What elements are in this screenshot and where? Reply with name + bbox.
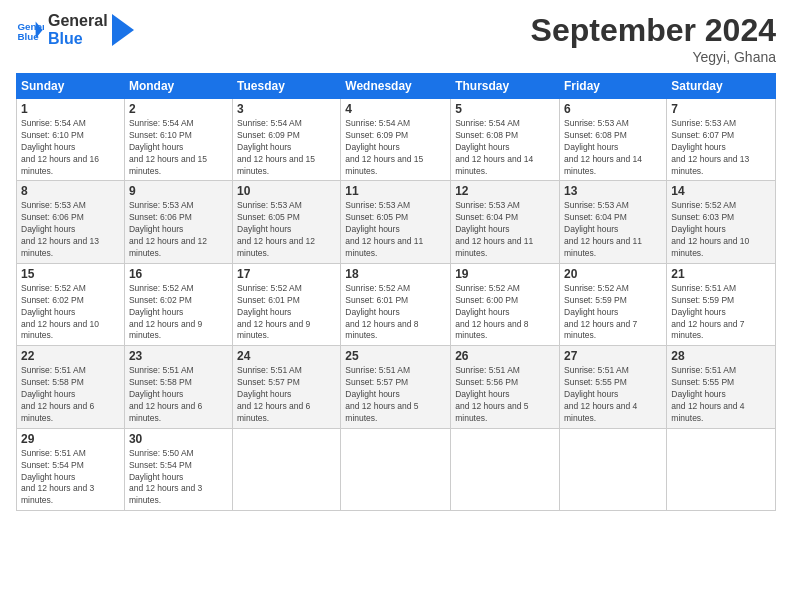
day-info: Sunrise: 5:51 AM Sunset: 5:59 PM Dayligh…	[671, 283, 771, 342]
table-cell: 6 Sunrise: 5:53 AM Sunset: 6:08 PM Dayli…	[560, 99, 667, 181]
table-cell: 27 Sunrise: 5:51 AM Sunset: 5:55 PM Dayl…	[560, 346, 667, 428]
table-cell: 20 Sunrise: 5:52 AM Sunset: 5:59 PM Dayl…	[560, 263, 667, 345]
table-cell: 15 Sunrise: 5:52 AM Sunset: 6:02 PM Dayl…	[17, 263, 125, 345]
table-cell: 29 Sunrise: 5:51 AM Sunset: 5:54 PM Dayl…	[17, 428, 125, 510]
day-number: 15	[21, 267, 120, 281]
svg-marker-3	[112, 14, 134, 46]
day-number: 19	[455, 267, 555, 281]
day-number: 8	[21, 184, 120, 198]
day-info: Sunrise: 5:54 AM Sunset: 6:08 PM Dayligh…	[455, 118, 555, 177]
day-info: Sunrise: 5:51 AM Sunset: 5:56 PM Dayligh…	[455, 365, 555, 424]
table-cell	[560, 428, 667, 510]
logo-general: General	[48, 12, 108, 30]
day-number: 6	[564, 102, 662, 116]
day-number: 11	[345, 184, 446, 198]
weekday-header-row: Sunday Monday Tuesday Wednesday Thursday…	[17, 74, 776, 99]
day-number: 17	[237, 267, 336, 281]
day-number: 5	[455, 102, 555, 116]
table-cell: 21 Sunrise: 5:51 AM Sunset: 5:59 PM Dayl…	[667, 263, 776, 345]
col-saturday: Saturday	[667, 74, 776, 99]
day-info: Sunrise: 5:52 AM Sunset: 6:01 PM Dayligh…	[345, 283, 446, 342]
day-info: Sunrise: 5:52 AM Sunset: 6:01 PM Dayligh…	[237, 283, 336, 342]
table-cell: 22 Sunrise: 5:51 AM Sunset: 5:58 PM Dayl…	[17, 346, 125, 428]
table-cell: 16 Sunrise: 5:52 AM Sunset: 6:02 PM Dayl…	[124, 263, 232, 345]
day-number: 4	[345, 102, 446, 116]
day-number: 16	[129, 267, 228, 281]
table-cell: 19 Sunrise: 5:52 AM Sunset: 6:00 PM Dayl…	[451, 263, 560, 345]
table-cell: 7 Sunrise: 5:53 AM Sunset: 6:07 PM Dayli…	[667, 99, 776, 181]
day-info: Sunrise: 5:54 AM Sunset: 6:09 PM Dayligh…	[345, 118, 446, 177]
table-cell: 1 Sunrise: 5:54 AM Sunset: 6:10 PM Dayli…	[17, 99, 125, 181]
table-cell	[667, 428, 776, 510]
day-info: Sunrise: 5:53 AM Sunset: 6:08 PM Dayligh…	[564, 118, 662, 177]
table-cell: 2 Sunrise: 5:54 AM Sunset: 6:10 PM Dayli…	[124, 99, 232, 181]
day-number: 24	[237, 349, 336, 363]
day-info: Sunrise: 5:53 AM Sunset: 6:04 PM Dayligh…	[564, 200, 662, 259]
table-cell: 18 Sunrise: 5:52 AM Sunset: 6:01 PM Dayl…	[341, 263, 451, 345]
calendar-table: Sunday Monday Tuesday Wednesday Thursday…	[16, 73, 776, 511]
day-number: 22	[21, 349, 120, 363]
month-title: September 2024	[531, 12, 776, 49]
logo-arrow-icon	[112, 14, 134, 46]
day-number: 9	[129, 184, 228, 198]
day-info: Sunrise: 5:50 AM Sunset: 5:54 PM Dayligh…	[129, 448, 228, 507]
day-info: Sunrise: 5:52 AM Sunset: 6:03 PM Dayligh…	[671, 200, 771, 259]
table-cell: 13 Sunrise: 5:53 AM Sunset: 6:04 PM Dayl…	[560, 181, 667, 263]
day-info: Sunrise: 5:54 AM Sunset: 6:10 PM Dayligh…	[21, 118, 120, 177]
table-cell: 23 Sunrise: 5:51 AM Sunset: 5:58 PM Dayl…	[124, 346, 232, 428]
day-info: Sunrise: 5:51 AM Sunset: 5:55 PM Dayligh…	[564, 365, 662, 424]
day-info: Sunrise: 5:53 AM Sunset: 6:05 PM Dayligh…	[345, 200, 446, 259]
week-row-3: 15 Sunrise: 5:52 AM Sunset: 6:02 PM Dayl…	[17, 263, 776, 345]
col-wednesday: Wednesday	[341, 74, 451, 99]
day-number: 26	[455, 349, 555, 363]
day-number: 21	[671, 267, 771, 281]
week-row-1: 1 Sunrise: 5:54 AM Sunset: 6:10 PM Dayli…	[17, 99, 776, 181]
day-info: Sunrise: 5:51 AM Sunset: 5:57 PM Dayligh…	[345, 365, 446, 424]
day-info: Sunrise: 5:52 AM Sunset: 6:02 PM Dayligh…	[129, 283, 228, 342]
col-sunday: Sunday	[17, 74, 125, 99]
table-cell: 30 Sunrise: 5:50 AM Sunset: 5:54 PM Dayl…	[124, 428, 232, 510]
table-cell: 8 Sunrise: 5:53 AM Sunset: 6:06 PM Dayli…	[17, 181, 125, 263]
table-cell: 10 Sunrise: 5:53 AM Sunset: 6:05 PM Dayl…	[233, 181, 341, 263]
logo-icon: General Blue	[16, 16, 44, 44]
header: General Blue General Blue September 2024…	[16, 12, 776, 65]
day-number: 30	[129, 432, 228, 446]
week-row-4: 22 Sunrise: 5:51 AM Sunset: 5:58 PM Dayl…	[17, 346, 776, 428]
day-number: 28	[671, 349, 771, 363]
col-monday: Monday	[124, 74, 232, 99]
day-number: 10	[237, 184, 336, 198]
day-number: 23	[129, 349, 228, 363]
table-cell: 14 Sunrise: 5:52 AM Sunset: 6:03 PM Dayl…	[667, 181, 776, 263]
col-thursday: Thursday	[451, 74, 560, 99]
page: General Blue General Blue September 2024…	[0, 0, 792, 612]
title-block: September 2024 Yegyi, Ghana	[531, 12, 776, 65]
day-info: Sunrise: 5:53 AM Sunset: 6:05 PM Dayligh…	[237, 200, 336, 259]
table-cell: 25 Sunrise: 5:51 AM Sunset: 5:57 PM Dayl…	[341, 346, 451, 428]
day-info: Sunrise: 5:53 AM Sunset: 6:06 PM Dayligh…	[21, 200, 120, 259]
location: Yegyi, Ghana	[531, 49, 776, 65]
table-cell: 26 Sunrise: 5:51 AM Sunset: 5:56 PM Dayl…	[451, 346, 560, 428]
day-info: Sunrise: 5:54 AM Sunset: 6:09 PM Dayligh…	[237, 118, 336, 177]
day-info: Sunrise: 5:53 AM Sunset: 6:06 PM Dayligh…	[129, 200, 228, 259]
table-cell: 28 Sunrise: 5:51 AM Sunset: 5:55 PM Dayl…	[667, 346, 776, 428]
table-cell	[233, 428, 341, 510]
day-number: 1	[21, 102, 120, 116]
table-cell: 3 Sunrise: 5:54 AM Sunset: 6:09 PM Dayli…	[233, 99, 341, 181]
day-number: 3	[237, 102, 336, 116]
logo-blue: Blue	[48, 30, 108, 48]
day-number: 25	[345, 349, 446, 363]
day-number: 7	[671, 102, 771, 116]
day-info: Sunrise: 5:54 AM Sunset: 6:10 PM Dayligh…	[129, 118, 228, 177]
table-cell: 11 Sunrise: 5:53 AM Sunset: 6:05 PM Dayl…	[341, 181, 451, 263]
week-row-5: 29 Sunrise: 5:51 AM Sunset: 5:54 PM Dayl…	[17, 428, 776, 510]
day-info: Sunrise: 5:53 AM Sunset: 6:07 PM Dayligh…	[671, 118, 771, 177]
day-number: 18	[345, 267, 446, 281]
col-tuesday: Tuesday	[233, 74, 341, 99]
day-number: 27	[564, 349, 662, 363]
day-info: Sunrise: 5:53 AM Sunset: 6:04 PM Dayligh…	[455, 200, 555, 259]
day-number: 20	[564, 267, 662, 281]
day-info: Sunrise: 5:51 AM Sunset: 5:58 PM Dayligh…	[129, 365, 228, 424]
day-info: Sunrise: 5:51 AM Sunset: 5:58 PM Dayligh…	[21, 365, 120, 424]
day-info: Sunrise: 5:52 AM Sunset: 5:59 PM Dayligh…	[564, 283, 662, 342]
table-cell: 9 Sunrise: 5:53 AM Sunset: 6:06 PM Dayli…	[124, 181, 232, 263]
